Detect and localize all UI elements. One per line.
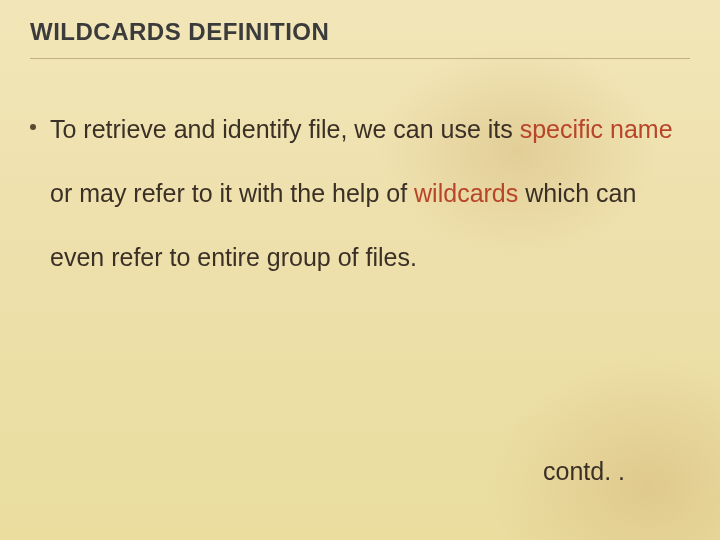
bullet-icon <box>30 124 36 130</box>
body-area: To retrieve and identify file, we can us… <box>30 98 690 289</box>
body-text-segment: To retrieve and identify file, we can us… <box>50 115 520 143</box>
body-accent-wildcards: wildcards <box>414 179 518 207</box>
continued-label: contd. . <box>543 457 625 486</box>
title-area: WILDCARDS DEFINITION <box>30 18 690 59</box>
title-underline <box>30 58 690 59</box>
bullet-text: To retrieve and identify file, we can us… <box>50 98 690 289</box>
slide-title: WILDCARDS DEFINITION <box>30 18 690 46</box>
body-accent-specific-name: specific name <box>520 115 673 143</box>
body-text-segment: or may refer to it with the help of <box>50 179 414 207</box>
slide: WILDCARDS DEFINITION To retrieve and ide… <box>0 0 720 540</box>
bullet-item: To retrieve and identify file, we can us… <box>30 98 690 289</box>
